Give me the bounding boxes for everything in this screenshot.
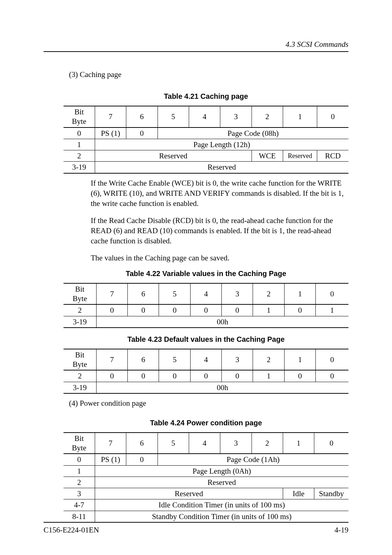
corner-cell: Bit Byte bbox=[64, 433, 95, 454]
v2: 1 bbox=[253, 370, 284, 382]
table-422-caption: Table 4.22 Variable values in the Cachin… bbox=[64, 270, 348, 278]
bit-3: 3 bbox=[220, 106, 252, 127]
v3: 0 bbox=[222, 370, 253, 382]
section-4-label: (4) Power condition page bbox=[69, 399, 348, 408]
bit-7: 7 bbox=[96, 349, 127, 370]
byte-3-19: 3-19 bbox=[64, 382, 96, 393]
byte-3-19: 3-19 bbox=[64, 316, 96, 328]
table-424: Bit Byte 7 6 5 4 3 2 1 0 0 PS (1) 0 Page… bbox=[64, 432, 348, 523]
byte-2: 2 bbox=[64, 150, 95, 162]
bit-5: 5 bbox=[159, 349, 190, 370]
bit-7: 7 bbox=[95, 433, 126, 454]
v1: 0 bbox=[284, 370, 315, 382]
byte-0: 0 bbox=[64, 127, 95, 139]
bit-4: 4 bbox=[190, 283, 221, 305]
bit-3: 3 bbox=[220, 433, 252, 454]
bit-6: 6 bbox=[128, 349, 159, 370]
bit-5: 5 bbox=[159, 283, 190, 305]
page-length-cell: Page Length (12h) bbox=[95, 139, 348, 150]
table-424-caption: Table 4.24 Power condition page bbox=[64, 419, 348, 427]
byte-3-19: 3-19 bbox=[64, 162, 95, 173]
bit-3: 3 bbox=[222, 283, 253, 305]
page-code-cell: Page Code (1Ah) bbox=[158, 454, 348, 465]
byte-4-7: 4-7 bbox=[64, 499, 95, 511]
standby-timer-cell: Standby Condition Timer (in units of 100… bbox=[95, 511, 348, 522]
ps-cell: PS (1) bbox=[95, 454, 126, 465]
reserved-cell: Reserved bbox=[95, 488, 283, 499]
bit-4: 4 bbox=[189, 433, 220, 454]
paragraph-rcd: If the Read Cache Disable (RCD) bit is 0… bbox=[91, 215, 348, 246]
bit-4: 4 bbox=[189, 106, 220, 127]
bit-0: 0 bbox=[316, 349, 348, 370]
bit-5: 5 bbox=[158, 433, 189, 454]
v6: 0 bbox=[128, 370, 159, 382]
v2: 1 bbox=[253, 304, 284, 316]
table-421: Bit Byte 7 6 5 4 3 2 1 0 0 PS (1) 0 Page… bbox=[64, 106, 348, 174]
bit-0: 0 bbox=[314, 433, 348, 454]
v0: 1 bbox=[316, 304, 348, 316]
page-length-cell: Page Length (0Ah) bbox=[95, 465, 348, 477]
bit-1: 1 bbox=[283, 433, 314, 454]
v5: 0 bbox=[159, 304, 190, 316]
table-423-caption: Table 4.23 Default values in the Caching… bbox=[64, 335, 348, 344]
table-423: Bit Byte 7 6 5 4 3 2 1 0 2 0 0 0 0 0 1 0… bbox=[64, 349, 348, 394]
zero-cell: 0 bbox=[126, 127, 158, 139]
ps-cell: PS (1) bbox=[95, 127, 126, 139]
standby-cell: Standby bbox=[314, 488, 348, 499]
bit-2: 2 bbox=[252, 433, 283, 454]
bit-1: 1 bbox=[284, 283, 315, 305]
value-cell: 00h bbox=[96, 316, 348, 328]
running-header: 4.3 SCSI Commands bbox=[44, 40, 348, 49]
byte-2: 2 bbox=[64, 477, 95, 488]
byte-8-11: 8-11 bbox=[64, 511, 95, 522]
bit-7: 7 bbox=[96, 283, 127, 305]
rcd-cell: RCD bbox=[317, 150, 348, 162]
byte-1: 1 bbox=[64, 465, 95, 477]
bit-0: 0 bbox=[317, 106, 348, 127]
reserved-cell: Reserved bbox=[95, 150, 252, 162]
page-number: 4-19 bbox=[335, 526, 349, 535]
idle-timer-cell: Idle Condition Timer (in units of 100 ms… bbox=[95, 499, 348, 511]
bit-6: 6 bbox=[128, 283, 159, 305]
value-cell: 00h bbox=[96, 382, 348, 393]
bit-2: 2 bbox=[253, 283, 284, 305]
bit-1: 1 bbox=[284, 349, 315, 370]
page-code-cell: Page Code (08h) bbox=[158, 127, 348, 139]
idle-cell: Idle bbox=[283, 488, 314, 499]
v5: 0 bbox=[159, 370, 190, 382]
bit-6: 6 bbox=[126, 106, 158, 127]
bit-6: 6 bbox=[126, 433, 158, 454]
bit-3: 3 bbox=[222, 349, 253, 370]
doc-number: C156-E224-01EN bbox=[44, 526, 99, 535]
bit-4: 4 bbox=[190, 349, 221, 370]
v1: 0 bbox=[284, 304, 315, 316]
v4: 0 bbox=[190, 370, 221, 382]
byte-0: 0 bbox=[64, 454, 95, 465]
v6: 0 bbox=[128, 304, 159, 316]
byte-2: 2 bbox=[64, 304, 96, 316]
bit-2: 2 bbox=[252, 106, 283, 127]
paragraph-wce: If the Write Cache Enable (WCE) bit is 0… bbox=[91, 178, 348, 209]
v7: 0 bbox=[96, 370, 127, 382]
bit-7: 7 bbox=[95, 106, 126, 127]
bit-1: 1 bbox=[283, 106, 317, 127]
zero-cell: 0 bbox=[126, 454, 158, 465]
bit-5: 5 bbox=[158, 106, 189, 127]
reserved-cell: Reserved bbox=[95, 477, 348, 488]
wce-cell: WCE bbox=[252, 150, 283, 162]
v7: 0 bbox=[96, 304, 127, 316]
section-3-label: (3) Caching page bbox=[69, 70, 348, 79]
corner-cell: Bit Byte bbox=[64, 106, 95, 127]
bit-2: 2 bbox=[253, 349, 284, 370]
corner-cell: Bit Byte bbox=[64, 283, 96, 305]
table-421-caption: Table 4.21 Caching page bbox=[64, 92, 348, 101]
bit-0: 0 bbox=[316, 283, 348, 305]
paragraph-save: The values in the Caching page can be sa… bbox=[91, 253, 348, 263]
reserved-cell-3: Reserved bbox=[95, 162, 348, 173]
v3: 0 bbox=[222, 304, 253, 316]
corner-cell: Bit Byte bbox=[64, 349, 96, 370]
reserved-cell-2: Reserved bbox=[283, 150, 317, 162]
footer-rule bbox=[44, 522, 348, 523]
v0: 0 bbox=[316, 370, 348, 382]
header-rule bbox=[44, 51, 348, 52]
